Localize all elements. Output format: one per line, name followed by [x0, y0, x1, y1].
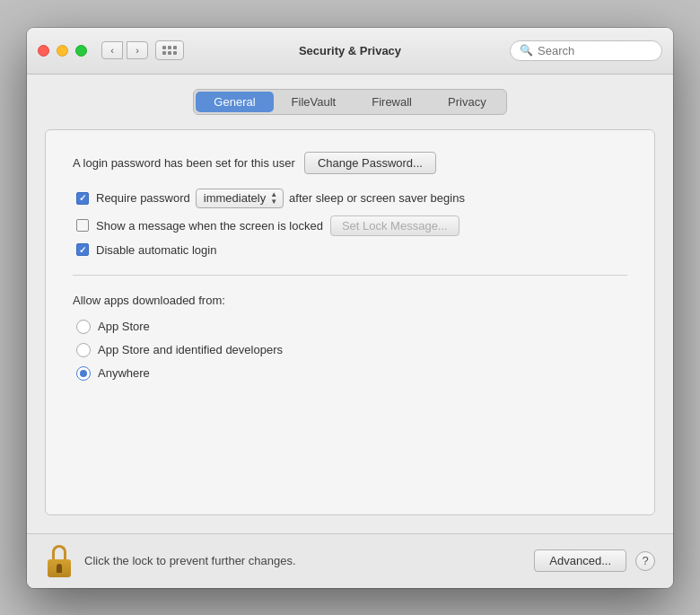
search-field[interactable]: 🔍 [510, 40, 662, 61]
tabs-bar: General FileVault Firewall Privacy [45, 89, 655, 115]
disable-autologin-checkbox[interactable] [76, 243, 89, 256]
radio-app-store-developers[interactable] [76, 343, 91, 357]
tab-general[interactable]: General [196, 92, 273, 112]
require-password-row: Require password immediately ▲ ▼ after s… [76, 189, 627, 208]
require-password-prefix: Require password [96, 191, 190, 205]
nav-buttons: ‹ › [101, 41, 148, 59]
search-input[interactable] [538, 44, 652, 57]
lock-shackle [52, 545, 66, 561]
tab-privacy[interactable]: Privacy [430, 92, 504, 112]
maximize-button[interactable] [75, 45, 87, 57]
password-row: A login password has been set for this u… [73, 152, 627, 174]
radio-app-store-developers-row: App Store and identified developers [76, 343, 627, 357]
require-password-checkbox[interactable] [76, 192, 89, 205]
traffic-lights [38, 45, 87, 57]
section-divider [73, 275, 627, 276]
dropdown-arrows-icon: ▲ ▼ [270, 191, 277, 206]
back-button[interactable]: ‹ [101, 41, 123, 59]
back-icon: ‹ [110, 45, 114, 56]
password-timing-dropdown[interactable]: immediately ▲ ▼ [196, 189, 284, 208]
lock-body [48, 559, 71, 577]
forward-icon: › [136, 45, 139, 56]
tab-filevault[interactable]: FileVault [274, 92, 354, 112]
set-lock-message-button[interactable]: Set Lock Message... [330, 215, 459, 236]
require-password-suffix: after sleep or screen saver begins [289, 191, 465, 205]
help-button[interactable]: ? [635, 551, 655, 571]
tabs-container: General FileVault Firewall Privacy [193, 89, 506, 115]
password-timing-value: immediately [204, 191, 266, 205]
allow-apps-label: Allow apps downloaded from: [73, 294, 627, 307]
search-icon: 🔍 [520, 44, 533, 57]
show-message-row: Show a message when the screen is locked… [76, 215, 627, 236]
lock-icon[interactable] [45, 545, 74, 577]
radio-app-store-row: App Store [76, 320, 627, 334]
grid-view-button[interactable] [155, 40, 184, 60]
settings-panel: A login password has been set for this u… [45, 129, 655, 515]
keyhole-icon [57, 564, 62, 573]
help-icon: ? [642, 554, 648, 567]
password-set-label: A login password has been set for this u… [73, 156, 295, 170]
disable-autologin-label: Disable automatic login [96, 243, 216, 257]
radio-anywhere[interactable] [76, 366, 91, 381]
close-button[interactable] [38, 45, 49, 57]
main-window: ‹ › Security & Privacy 🔍 General File [27, 28, 673, 588]
grid-icon [162, 46, 177, 55]
show-message-checkbox[interactable] [76, 219, 89, 232]
radio-app-store[interactable] [76, 320, 91, 334]
radio-app-store-developers-label: App Store and identified developers [98, 343, 283, 356]
change-password-button[interactable]: Change Password... [304, 152, 436, 174]
minimize-button[interactable] [57, 45, 68, 57]
show-message-label: Show a message when the screen is locked [96, 219, 323, 233]
window-title: Security & Privacy [299, 44, 401, 57]
disable-autologin-row: Disable automatic login [76, 243, 627, 257]
radio-app-store-label: App Store [98, 320, 150, 333]
lock-status-text: Click the lock to prevent further change… [84, 554, 534, 567]
forward-button[interactable]: › [127, 41, 148, 59]
content-area: General FileVault Firewall Privacy A log… [27, 75, 673, 533]
radio-anywhere-label: Anywhere [98, 366, 150, 380]
bottom-bar: Click the lock to prevent further change… [27, 533, 673, 588]
titlebar: ‹ › Security & Privacy 🔍 [27, 28, 673, 75]
tab-firewall[interactable]: Firewall [354, 92, 430, 112]
radio-anywhere-row: Anywhere [76, 366, 627, 381]
advanced-button[interactable]: Advanced... [534, 549, 626, 572]
